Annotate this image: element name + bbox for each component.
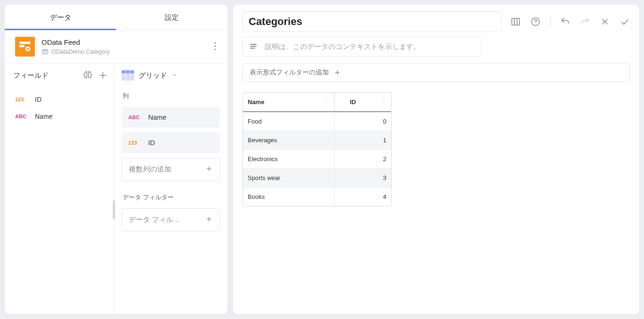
ai-suggest-button[interactable] xyxy=(83,70,93,81)
svg-rect-1 xyxy=(19,45,25,48)
datasource-more-button[interactable] xyxy=(211,39,219,55)
add-viz-filter-button[interactable]: 表示形式フィルターの追加 xyxy=(243,63,630,82)
type-number-icon: 123 xyxy=(15,97,29,102)
tab-data[interactable]: データ xyxy=(5,5,116,30)
grid-large-icon xyxy=(510,16,521,27)
fields-column: フィールド 123 ID ABC Na xyxy=(5,63,114,314)
field-label: Name xyxy=(35,113,52,120)
add-data-filter-button[interactable]: データ フィルタ... xyxy=(122,208,220,231)
datasource-subtitle: ODataDemo.Category xyxy=(51,49,110,55)
help-button[interactable] xyxy=(530,16,541,27)
column-header-name[interactable]: Name xyxy=(243,93,335,111)
table-row[interactable]: Sports wear 3 xyxy=(243,169,391,188)
chevron-down-icon xyxy=(172,72,177,79)
field-label: ID xyxy=(35,96,42,103)
config-column: グリッド 列 ABC Name 123 ID 複数列の追加 xyxy=(114,63,227,314)
visualization-label: グリッド xyxy=(139,71,167,80)
type-number-icon: 123 xyxy=(128,140,142,146)
cell-id: 0 xyxy=(335,112,391,131)
redo-button[interactable] xyxy=(580,16,590,27)
svg-point-9 xyxy=(214,45,216,47)
datasource-title: OData Feed xyxy=(42,38,205,46)
svg-point-21 xyxy=(535,24,535,24)
undo-button[interactable] xyxy=(560,16,570,27)
close-icon xyxy=(600,16,610,27)
visualization-title-input[interactable] xyxy=(249,16,496,28)
column-pill-label: ID xyxy=(148,139,155,147)
fields-header-label: フィールド xyxy=(10,71,49,80)
check-icon xyxy=(619,16,630,27)
table-icon xyxy=(42,48,49,55)
sort-icon xyxy=(324,98,329,106)
sort-icon xyxy=(381,98,386,106)
column-pill-label: Name xyxy=(148,114,167,121)
table-row[interactable]: Electronics 2 xyxy=(243,150,391,169)
add-field-button[interactable] xyxy=(98,70,108,81)
paragraph-icon xyxy=(249,42,258,51)
table-row[interactable]: Books 4 xyxy=(243,188,391,206)
columns-section-label: 列 xyxy=(123,92,220,100)
cell-name: Beverages xyxy=(243,131,335,149)
type-text-icon: ABC xyxy=(15,114,29,119)
visualization-selector[interactable]: グリッド xyxy=(122,70,220,81)
separator xyxy=(550,16,551,27)
type-text-icon: ABC xyxy=(128,115,142,120)
table-body: Food 0 Beverages 1 Electronics 2 Sports … xyxy=(243,112,391,206)
column-header-label: Name xyxy=(248,98,264,106)
svg-rect-0 xyxy=(19,42,30,44)
data-grid: Name ID Food 0 Beverages 1 Elect xyxy=(243,92,392,206)
table-row[interactable]: Food 0 xyxy=(243,112,391,131)
plus-icon xyxy=(205,215,213,224)
table-header-row: Name ID xyxy=(243,93,391,112)
plus-icon xyxy=(334,69,341,76)
cell-name: Books xyxy=(243,188,335,206)
redo-icon xyxy=(580,16,590,27)
svg-point-10 xyxy=(214,49,216,50)
field-item-name[interactable]: ABC Name xyxy=(10,108,108,125)
cell-name: Sports wear xyxy=(243,169,335,187)
cell-id: 3 xyxy=(335,169,391,187)
table-row[interactable]: Beverages 1 xyxy=(243,131,391,150)
svg-point-8 xyxy=(214,42,216,43)
svg-point-3 xyxy=(27,48,29,50)
help-circle-icon xyxy=(530,16,541,27)
add-data-filter-label: データ フィルタ... xyxy=(129,215,185,224)
tab-settings[interactable]: 設定 xyxy=(116,5,227,30)
column-pill-id[interactable]: 123 ID xyxy=(122,132,220,153)
left-panel: データ 設定 OData Feed ODataDemo.Category xyxy=(5,5,227,314)
description-input[interactable]: 説明は、このデータのコンテキストを示します。 xyxy=(243,37,482,57)
add-viz-filter-label: 表示形式フィルターの追加 xyxy=(250,68,329,77)
add-columns-button[interactable]: 複数列の追加 xyxy=(122,158,220,181)
tabs: データ 設定 xyxy=(5,5,227,30)
switch-viz-button[interactable] xyxy=(510,16,521,27)
cell-id: 2 xyxy=(335,150,391,168)
column-resize-handle[interactable] xyxy=(113,200,115,219)
cell-name: Electronics xyxy=(243,150,335,168)
brain-icon xyxy=(83,70,93,81)
filters-section-label: データ フィルター xyxy=(123,193,220,202)
column-header-label: ID xyxy=(339,98,367,106)
add-columns-label: 複数列の追加 xyxy=(129,165,171,174)
cell-name: Food xyxy=(243,112,335,131)
cell-id: 4 xyxy=(335,188,391,206)
more-vertical-icon xyxy=(214,42,216,50)
description-placeholder: 説明は、このデータのコンテキストを示します。 xyxy=(265,42,476,51)
field-item-id[interactable]: 123 ID xyxy=(10,91,108,108)
svg-rect-17 xyxy=(512,18,520,25)
plus-icon xyxy=(98,70,108,81)
right-panel: 説明は、このデータのコンテキストを示します。 表示形式フィルターの追加 Name… xyxy=(233,5,639,314)
column-header-id[interactable]: ID xyxy=(335,93,391,111)
confirm-button[interactable] xyxy=(619,16,630,27)
title-input-wrapper[interactable] xyxy=(243,11,502,32)
cell-id: 1 xyxy=(335,131,391,149)
grid-viz-icon xyxy=(122,70,134,81)
datasource-header: OData Feed ODataDemo.Category xyxy=(5,30,227,63)
svg-rect-4 xyxy=(42,49,48,54)
close-button[interactable] xyxy=(600,16,610,27)
plus-icon xyxy=(205,165,213,174)
undo-icon xyxy=(560,16,570,27)
top-actions xyxy=(510,16,630,27)
column-pill-name[interactable]: ABC Name xyxy=(122,107,220,128)
datasource-icon xyxy=(15,37,35,57)
